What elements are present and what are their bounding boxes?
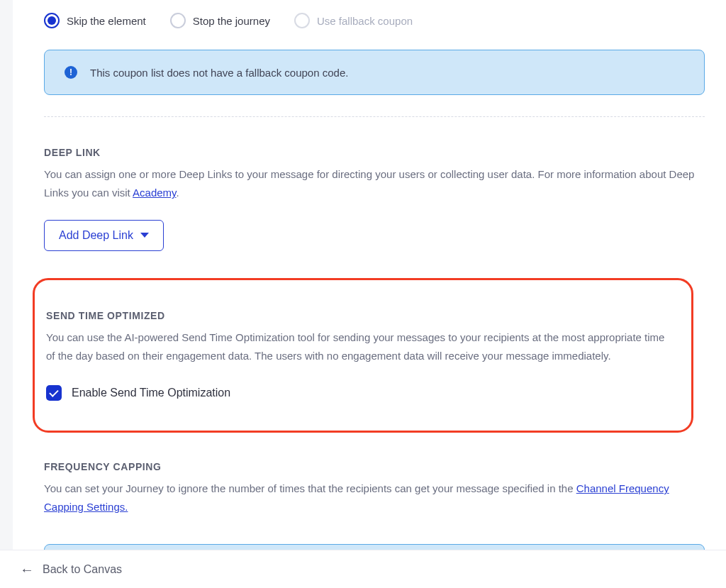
section-title: DEEP LINK bbox=[44, 147, 705, 158]
fallback-info-banner: ! This coupon list does not have a fallb… bbox=[44, 50, 705, 95]
radio-label: Use fallback coupon bbox=[317, 15, 413, 27]
radio-icon bbox=[44, 13, 60, 28]
section-title: SEND TIME OPTIMIZED bbox=[46, 310, 678, 321]
footer-bar: ← Back to Canvas bbox=[0, 550, 726, 588]
frequency-capping-section: FREQUENCY CAPPING You can set your Journ… bbox=[44, 461, 705, 517]
section-description: You can set your Journey to ignore the n… bbox=[44, 479, 705, 517]
radio-skip-element[interactable]: Skip the element bbox=[44, 13, 146, 28]
chevron-down-icon bbox=[140, 233, 149, 238]
info-text: This coupon list does not have a fallbac… bbox=[90, 67, 348, 79]
back-to-canvas-link[interactable]: Back to Canvas bbox=[43, 563, 122, 576]
add-deep-link-button[interactable]: Add Deep Link bbox=[44, 220, 164, 251]
send-time-section: SEND TIME OPTIMIZED You can use the AI-p… bbox=[46, 310, 678, 401]
radio-label: Stop the journey bbox=[193, 15, 270, 27]
academy-link[interactable]: Academy bbox=[133, 187, 176, 199]
desc-text: You can set your Journey to ignore the n… bbox=[44, 482, 576, 494]
frequency-info-banner bbox=[44, 544, 705, 550]
enable-send-time-opt-row[interactable]: Enable Send Time Optimization bbox=[46, 385, 678, 401]
radio-icon bbox=[170, 13, 186, 28]
checkbox-label: Enable Send Time Optimization bbox=[72, 387, 230, 399]
radio-icon bbox=[294, 13, 310, 28]
info-icon: ! bbox=[65, 66, 77, 79]
section-description: You can assign one or more Deep Links to… bbox=[44, 165, 705, 203]
coupon-behavior-radiogroup: Skip the element Stop the journey Use fa… bbox=[44, 13, 713, 28]
radio-stop-journey[interactable]: Stop the journey bbox=[170, 13, 270, 28]
radio-label: Skip the element bbox=[67, 15, 146, 27]
button-label: Add Deep Link bbox=[59, 229, 133, 242]
send-time-highlight: SEND TIME OPTIMIZED You can use the AI-p… bbox=[33, 278, 693, 433]
section-divider bbox=[44, 116, 705, 117]
radio-use-fallback: Use fallback coupon bbox=[294, 13, 413, 28]
section-title: FREQUENCY CAPPING bbox=[44, 461, 705, 472]
section-description: You can use the AI-powered Send Time Opt… bbox=[46, 328, 671, 366]
checkbox-checked-icon[interactable] bbox=[46, 385, 62, 401]
deep-link-section: DEEP LINK You can assign one or more Dee… bbox=[44, 147, 705, 251]
desc-suffix: . bbox=[176, 187, 179, 199]
arrow-left-icon[interactable]: ← bbox=[20, 562, 34, 577]
settings-panel: Skip the element Stop the journey Use fa… bbox=[13, 0, 726, 550]
